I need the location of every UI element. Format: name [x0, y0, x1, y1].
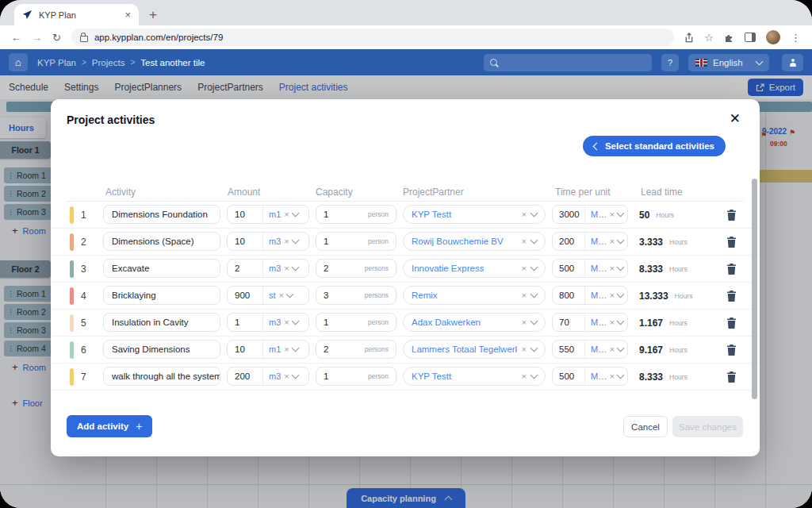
time-input[interactable]: 800: [553, 287, 585, 304]
activity-input[interactable]: Excavate: [103, 259, 220, 278]
bookmark-star-icon[interactable]: ☆: [704, 32, 714, 44]
trash-icon[interactable]: [726, 237, 737, 251]
address-field[interactable]: app.kypplan.com/en/projects/79: [71, 29, 674, 46]
back-icon[interactable]: ←: [11, 32, 21, 44]
time-unit-select[interactable]: Min...×: [585, 344, 627, 354]
capacity-input[interactable]: 1person: [316, 367, 396, 386]
partner-select[interactable]: Adax Dakwerken×: [403, 313, 546, 332]
time-input[interactable]: 70: [553, 314, 585, 331]
capacity-input[interactable]: 2persons: [316, 259, 396, 278]
clear-icon[interactable]: ×: [522, 318, 527, 327]
clear-icon[interactable]: ×: [279, 291, 284, 300]
time-input[interactable]: 500: [553, 368, 585, 385]
partner-select[interactable]: KYP Testt×: [403, 205, 546, 224]
clear-icon[interactable]: ×: [284, 264, 289, 273]
trash-icon[interactable]: [726, 318, 737, 332]
trash-icon[interactable]: [726, 264, 737, 278]
capacity-input[interactable]: 1person: [316, 232, 396, 251]
unit-select[interactable]: m1×: [263, 344, 308, 354]
clear-icon[interactable]: ×: [610, 318, 615, 327]
padlock-icon[interactable]: [80, 36, 88, 42]
partner-select[interactable]: Innovatie Express×: [403, 259, 546, 278]
unit-select[interactable]: m3×: [263, 264, 308, 273]
unit-select[interactable]: m3×: [263, 237, 308, 246]
capacity-input[interactable]: 2persons: [316, 340, 396, 359]
clear-icon[interactable]: ×: [522, 344, 527, 354]
extensions-puzzle-icon[interactable]: [724, 33, 734, 43]
amount-input[interactable]: 2: [228, 260, 263, 277]
account-button[interactable]: [782, 54, 803, 71]
breadcrumb-projects[interactable]: Projects: [92, 58, 125, 67]
forward-icon[interactable]: →: [32, 32, 42, 44]
clear-icon[interactable]: ×: [522, 210, 527, 219]
activity-input[interactable]: Saving Dimensions: [103, 340, 220, 359]
close-icon[interactable]: ✕: [730, 110, 741, 127]
home-button[interactable]: ⌂: [9, 53, 28, 71]
partner-select[interactable]: Rowij Bouwchemie BV×: [403, 232, 546, 251]
amount-input[interactable]: 1: [228, 314, 263, 331]
time-unit-select[interactable]: Min...×: [585, 210, 627, 219]
unit-select[interactable]: m3×: [263, 371, 308, 381]
activity-input[interactable]: Insulation in Cavity: [103, 313, 220, 332]
time-unit-select[interactable]: Min...×: [585, 291, 627, 300]
amount-input[interactable]: 10: [228, 233, 263, 250]
time-input[interactable]: 200: [553, 233, 585, 250]
share-icon[interactable]: [684, 33, 694, 43]
reload-icon[interactable]: ↻: [52, 32, 61, 44]
trash-icon[interactable]: [726, 210, 737, 224]
select-standard-activities-button[interactable]: Select standard activities: [583, 136, 726, 156]
time-unit-select[interactable]: Min...×: [585, 371, 627, 381]
unit-select[interactable]: st×: [263, 291, 308, 300]
search-input[interactable]: [484, 54, 652, 71]
clear-icon[interactable]: ×: [610, 210, 615, 219]
activity-input[interactable]: Dimensions Foundation: [103, 205, 220, 224]
clear-icon[interactable]: ×: [284, 371, 289, 381]
new-tab-icon[interactable]: +: [149, 4, 157, 25]
activity-input[interactable]: walk through all the system: [103, 367, 220, 386]
activity-input[interactable]: Dimensions (Space): [103, 232, 220, 251]
amount-input[interactable]: 10: [228, 341, 263, 358]
trash-icon[interactable]: [726, 371, 737, 386]
clear-icon[interactable]: ×: [522, 371, 527, 381]
save-changes-button[interactable]: Save changes: [672, 416, 743, 437]
partner-select[interactable]: Lammers Totaal Tegelwerken×: [403, 340, 546, 359]
clear-icon[interactable]: ×: [284, 237, 289, 246]
time-unit-select[interactable]: Min...×: [585, 318, 627, 327]
side-panel-icon[interactable]: [745, 33, 756, 42]
language-select[interactable]: English: [688, 54, 769, 71]
add-activity-button[interactable]: Add activity +: [67, 415, 152, 437]
clear-icon[interactable]: ×: [610, 264, 615, 273]
browser-tab[interactable]: KYP Plan ×: [14, 4, 139, 25]
trash-icon[interactable]: [726, 344, 737, 359]
help-button[interactable]: ?: [661, 54, 679, 71]
clear-icon[interactable]: ×: [610, 344, 615, 354]
browser-menu-icon[interactable]: ⋮: [791, 32, 801, 44]
cancel-button[interactable]: Cancel: [623, 416, 668, 437]
time-input[interactable]: 500: [553, 260, 585, 277]
capacity-input[interactable]: 1person: [316, 205, 396, 224]
amount-input[interactable]: 10: [228, 206, 263, 223]
unit-select[interactable]: m1×: [263, 210, 308, 219]
profile-avatar[interactable]: [766, 30, 780, 44]
clear-icon[interactable]: ×: [522, 291, 527, 300]
clear-icon[interactable]: ×: [610, 291, 615, 300]
clear-icon[interactable]: ×: [610, 237, 615, 246]
time-unit-select[interactable]: Min...×: [585, 237, 627, 246]
capacity-input[interactable]: 1person: [316, 313, 396, 332]
time-input[interactable]: 550: [553, 341, 585, 358]
activity-input[interactable]: Bricklaying: [103, 286, 220, 305]
clear-icon[interactable]: ×: [284, 318, 289, 327]
amount-input[interactable]: 900: [228, 287, 263, 304]
unit-select[interactable]: m3×: [263, 318, 308, 327]
clear-icon[interactable]: ×: [284, 210, 289, 219]
time-unit-select[interactable]: Min...×: [585, 264, 627, 273]
clear-icon[interactable]: ×: [284, 344, 289, 354]
amount-input[interactable]: 200: [228, 368, 263, 385]
breadcrumb-app[interactable]: KYP Plan: [37, 58, 76, 67]
trash-icon[interactable]: [726, 291, 737, 305]
clear-icon[interactable]: ×: [610, 371, 615, 381]
clear-icon[interactable]: ×: [522, 264, 527, 273]
capacity-input[interactable]: 3persons: [316, 286, 396, 305]
clear-icon[interactable]: ×: [522, 237, 527, 246]
partner-select[interactable]: KYP Testt×: [403, 367, 546, 386]
